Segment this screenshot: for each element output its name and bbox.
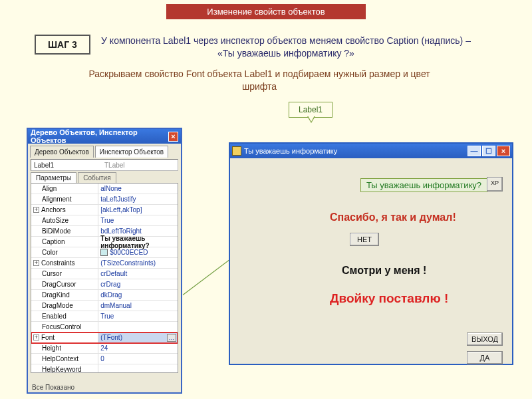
property-name: FocusControl xyxy=(31,322,98,332)
property-name: DragKind xyxy=(31,290,98,300)
instruction-paragraph-1: У компонента Label1 через инспектор объе… xyxy=(100,35,472,60)
step-badge: ШАГ 3 xyxy=(35,35,90,55)
property-row-anchors[interactable]: +Anchors[akLeft,akTop] xyxy=(31,205,178,215)
instruction-paragraph-2: Раскрываем свойство Font объекта Label1 … xyxy=(73,68,446,93)
property-row-helpkeyword[interactable]: HelpKeyword xyxy=(31,364,178,373)
property-value[interactable]: (TSizeConstraints) xyxy=(98,258,178,268)
property-name: AutoSize xyxy=(31,215,98,225)
property-value[interactable]: dmManual xyxy=(98,301,178,311)
callout-tail xyxy=(307,116,315,123)
property-row-constraints[interactable]: +Constraints(TSizeConstraints) xyxy=(31,258,178,269)
property-row-font[interactable]: +Font(TFont)… xyxy=(31,332,178,343)
delphi-form-window: Ты уважаешь информатику — ☐ × Ты уважаеш… xyxy=(229,142,513,365)
property-row-alignment[interactable]: AlignmenttaLeftJustify xyxy=(31,194,178,205)
expand-icon[interactable]: + xyxy=(33,334,39,340)
property-name: Align xyxy=(31,184,98,194)
inspector-subtabs: Параметры События xyxy=(31,172,178,183)
property-row-enabled[interactable]: EnabledTrue xyxy=(31,311,178,322)
component-selector[interactable]: Label1 TLabel xyxy=(31,159,178,171)
label2-component[interactable]: Спасибо, я так и думал! xyxy=(330,211,456,223)
object-inspector-window: Дерево Объектов, Инспектор Объектов × Де… xyxy=(27,128,182,394)
property-name: DragMode xyxy=(31,301,98,311)
property-name: HelpContext xyxy=(31,354,98,364)
property-row-color[interactable]: Color$00C0ECED xyxy=(31,247,178,258)
expand-icon[interactable]: + xyxy=(33,207,39,213)
expand-icon[interactable]: + xyxy=(33,260,39,266)
label4-component[interactable]: Двойку поставлю ! xyxy=(330,291,448,306)
form-designer-area[interactable]: Ты уважаешь информатику? Спасибо, я так … xyxy=(230,158,512,364)
maximize-icon[interactable]: ☐ xyxy=(482,146,495,156)
property-row-dragcursor[interactable]: DragCursorcrDrag xyxy=(31,279,178,290)
app-icon xyxy=(232,146,241,156)
property-value[interactable]: alNone xyxy=(98,184,178,194)
inspector-titlebar[interactable]: Дерево Объектов, Инспектор Объектов × xyxy=(28,129,181,144)
tab-object-tree[interactable]: Дерево Объектов xyxy=(30,146,94,158)
property-name: Color xyxy=(31,247,98,257)
property-value[interactable]: taLeftJustify xyxy=(98,194,178,204)
subtab-events[interactable]: События xyxy=(78,172,116,183)
inspector-title-text: Дерево Объектов, Инспектор Объектов xyxy=(31,128,168,144)
property-name: Caption xyxy=(31,237,98,247)
property-name: +Font xyxy=(31,332,98,342)
property-name: Enabled xyxy=(31,311,98,321)
component-name: Label1 xyxy=(31,162,104,169)
property-grid[interactable]: AlignalNoneAlignmenttaLeftJustify+Anchor… xyxy=(31,183,178,373)
property-row-dragkind[interactable]: DragKinddkDrag xyxy=(31,290,178,301)
property-value[interactable]: 0 xyxy=(98,354,178,364)
property-value[interactable]: crDefault xyxy=(98,269,178,279)
property-name: Height xyxy=(31,343,98,353)
page-title-banner: Изменение свойств объектов xyxy=(166,4,366,19)
property-row-autosize[interactable]: AutoSizeTrue xyxy=(31,215,178,226)
inspector-top-tabs: Дерево Объектов Инспектор Объектов xyxy=(28,144,181,158)
property-value[interactable]: crDrag xyxy=(98,279,178,289)
property-value[interactable] xyxy=(98,364,178,373)
ellipsis-button[interactable]: … xyxy=(167,334,176,342)
tab-object-inspector[interactable]: Инспектор Объектов xyxy=(95,146,168,158)
subtab-properties[interactable]: Параметры xyxy=(31,172,76,183)
button-xpmanifest[interactable]: XP xyxy=(487,177,503,192)
property-name: Alignment xyxy=(31,194,98,204)
property-name: DragCursor xyxy=(31,279,98,289)
label1-component[interactable]: Ты уважаешь информатику? xyxy=(360,178,487,192)
property-value[interactable] xyxy=(98,322,178,332)
property-name: Cursor xyxy=(31,269,98,279)
property-name: +Constraints xyxy=(31,258,98,268)
property-name: HelpKeyword xyxy=(31,364,98,373)
close-icon[interactable]: × xyxy=(168,132,178,142)
label3-component[interactable]: Смотри у меня ! xyxy=(342,265,426,277)
property-value[interactable]: dkDrag xyxy=(98,290,178,300)
component-class: TLabel xyxy=(104,162,125,169)
property-row-helpcontext[interactable]: HelpContext0 xyxy=(31,354,178,364)
button-net[interactable]: НЕТ xyxy=(350,233,379,246)
property-value[interactable]: True xyxy=(98,215,178,225)
property-name: +Anchors xyxy=(31,205,98,215)
property-value[interactable]: Ты уважаешь информатику? xyxy=(98,237,178,247)
property-value[interactable]: True xyxy=(98,311,178,321)
minimize-icon[interactable]: — xyxy=(467,146,481,156)
property-row-cursor[interactable]: CursorcrDefault xyxy=(31,269,178,279)
button-da[interactable]: ДА xyxy=(467,351,503,364)
property-row-focuscontrol[interactable]: FocusControl xyxy=(31,322,178,332)
delphi-titlebar[interactable]: Ты уважаешь информатику — ☐ × xyxy=(230,144,512,158)
property-value[interactable]: [akLeft,akTop] xyxy=(98,205,178,215)
delphi-title-text: Ты уважаешь информатику xyxy=(244,147,337,155)
property-row-height[interactable]: Height24 xyxy=(31,343,178,354)
property-name: BiDiMode xyxy=(31,226,98,236)
button-exit[interactable]: ВЫХОД xyxy=(467,332,503,346)
inspector-footer: Все Показано xyxy=(32,384,74,391)
property-row-dragmode[interactable]: DragModedmManual xyxy=(31,301,178,311)
property-value[interactable]: 24 xyxy=(98,343,178,353)
property-row-caption[interactable]: CaptionТы уважаешь информатику? xyxy=(31,237,178,247)
property-value[interactable]: (TFont)… xyxy=(98,332,178,342)
property-row-align[interactable]: AlignalNone xyxy=(31,184,178,194)
close-icon[interactable]: × xyxy=(497,146,510,156)
color-swatch-icon xyxy=(100,249,108,256)
property-value[interactable]: $00C0ECED xyxy=(98,247,178,257)
